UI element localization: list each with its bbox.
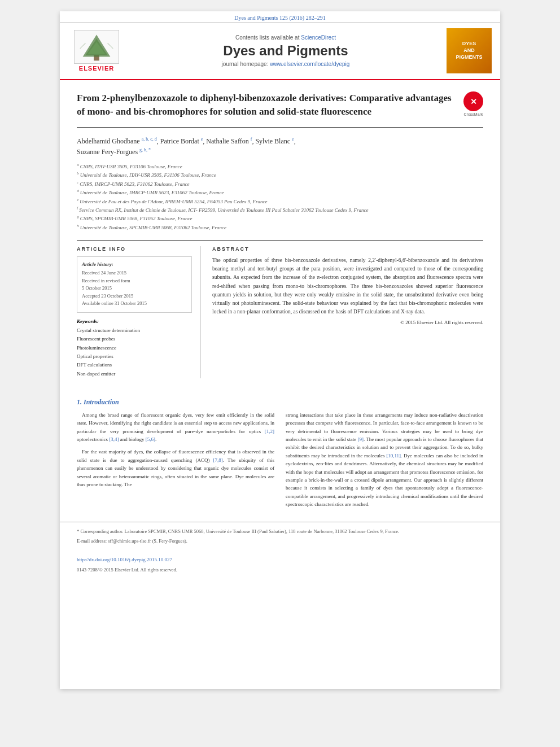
journal-center: Contents lists available at ScienceDirec… <box>130 34 441 67</box>
tree-svg <box>75 32 119 63</box>
affiliation-f: f Service Commun RX, Institut de Chimie … <box>77 206 483 214</box>
article-history-title: Article history: <box>82 261 187 267</box>
affiliation-c: c CNRS, IMRCP-UMR 5623, F31062 Toulouse,… <box>77 180 483 188</box>
available-date: Available online 31 October 2015 <box>82 300 187 308</box>
affiliation-d: d Université de Toulouse, IMRCP-UMR 5623… <box>77 188 483 196</box>
keyword-5: DFT calculations <box>77 361 192 369</box>
article-body: From 2-phenylbenzoxazole to diphenyl-bib… <box>60 80 500 390</box>
keyword-3: Photoluminescence <box>77 344 192 352</box>
crossmark-icon: ✕ <box>463 91 483 111</box>
copyright: © 2015 Elsevier Ltd. All rights reserved… <box>212 318 483 326</box>
affiliation-h: h Université de Toulouse, SPCMIB-UMR 506… <box>77 223 483 231</box>
article-info-label: ARTICLE INFO <box>77 246 192 252</box>
keyword-2: Fluorescent probes <box>77 335 192 343</box>
elsevier-wordmark: ELSEVIER <box>79 65 114 72</box>
abstract-text: The optical properties of three bis-benz… <box>212 256 483 327</box>
footnote-section: * Corresponding author. Laboratoire SPCM… <box>60 522 500 553</box>
received-revised-label: Received in revised form <box>82 277 187 285</box>
contents-line: Contents lists available at ScienceDirec… <box>130 34 441 41</box>
svg-line-4 <box>80 43 86 49</box>
keywords-label: Keywords: <box>77 318 192 324</box>
journal-name: Dyes and Pigments <box>130 43 441 59</box>
abstract-label: ABSTRACT <box>212 246 483 252</box>
keyword-1: Crystal structure determination <box>77 326 192 335</box>
journal-homepage: journal homepage: www.elsevier.com/locat… <box>130 61 441 67</box>
introduction-heading: 1. Introduction <box>77 398 483 407</box>
affiliation-a: a CNRS, ITAV-USR 3505, F33106 Toulouse, … <box>77 162 483 171</box>
doi-link[interactable]: http://dx.doi.org/10.1016/j.dyepig.2015.… <box>77 557 172 562</box>
elsevier-logo: ELSEVIER <box>68 30 125 72</box>
corresponding-author-note: * Corresponding author. Laboratoire SPCM… <box>77 528 483 536</box>
article-page: Dyes and Pigments 125 (2016) 282–291 ELS… <box>60 11 500 689</box>
intro-col-right: strong interactions that take place in t… <box>286 411 483 513</box>
received-date: Received 24 June 2015 <box>82 269 187 277</box>
doi-line: http://dx.doi.org/10.1016/j.dyepig.2015.… <box>60 553 500 566</box>
revised-date: 5 October 2015 <box>82 285 187 292</box>
article-title: From 2-phenylbenzoxazole to diphenyl-bib… <box>77 91 458 119</box>
elsevier-tree-image <box>74 30 119 64</box>
main-content: 1. Introduction Among the broad range of… <box>60 398 500 513</box>
intro-para-3: strong interactions that take place in t… <box>286 411 483 509</box>
crossmark: ✕ CrossMark <box>463 91 483 111</box>
article-history-box: Article history: Received 24 June 2015 R… <box>77 256 192 313</box>
svg-line-5 <box>108 43 113 49</box>
email-link[interactable]: sff@chimie.ups-tlse.fr <box>108 538 151 544</box>
dyes-pigments-logo: dyes and Pigments <box>447 28 492 73</box>
keyword-4: Optical properties <box>77 352 192 361</box>
article-title-section: From 2-phenylbenzoxazole to diphenyl-bib… <box>77 91 483 128</box>
journal-homepage-link[interactable]: www.elsevier.com/locate/dyepig <box>270 61 349 67</box>
keywords-section: Keywords: Crystal structure determinatio… <box>77 318 192 378</box>
sciencedirect-link[interactable]: ScienceDirect <box>301 34 336 41</box>
affiliations: a CNRS, ITAV-USR 3505, F33106 Toulouse, … <box>77 162 483 231</box>
introduction-title: Introduction <box>84 398 119 406</box>
journal-top-bar: Dyes and Pigments 125 (2016) 282–291 <box>60 11 500 23</box>
intro-para-1: Among the broad range of fluorescent org… <box>77 411 274 444</box>
affiliation-b: b Université de Toulouse, ITAV-USR 3505,… <box>77 171 483 179</box>
article-info-column: ARTICLE INFO Article history: Received 2… <box>77 246 201 378</box>
issn-line: 0143-7208/© 2015 Elsevier Ltd. All right… <box>60 566 500 578</box>
crossmark-label: CrossMark <box>463 112 483 116</box>
journal-header: ELSEVIER Contents lists available at Sci… <box>60 23 500 80</box>
affiliation-e: e Université de Pau et des Pays de l'Ado… <box>77 197 483 206</box>
keyword-6: Non-doped emitter <box>77 370 192 378</box>
article-title-text: From 2-phenylbenzoxazole to diphenyl-bib… <box>77 91 458 119</box>
intro-para-2: For the vast majority of dyes, the colla… <box>77 448 274 488</box>
email-note: E-mail address: sff@chimie.ups-tlse.fr (… <box>77 538 483 545</box>
accepted-date: Accepted 23 October 2015 <box>82 292 187 300</box>
affiliation-g: g CNRS, SPCMIB-UMR 5068, F31062 Toulouse… <box>77 214 483 222</box>
intro-col-left: Among the broad range of fluorescent org… <box>77 411 274 513</box>
abstract-column: ABSTRACT The optical properties of three… <box>212 246 483 378</box>
authors: Abdelhamid Ghodbane a, b, c, d, Patrice … <box>77 136 483 158</box>
introduction-text: Among the broad range of fluorescent org… <box>77 411 483 513</box>
article-info-abstract-section: ARTICLE INFO Article history: Received 2… <box>77 240 483 378</box>
